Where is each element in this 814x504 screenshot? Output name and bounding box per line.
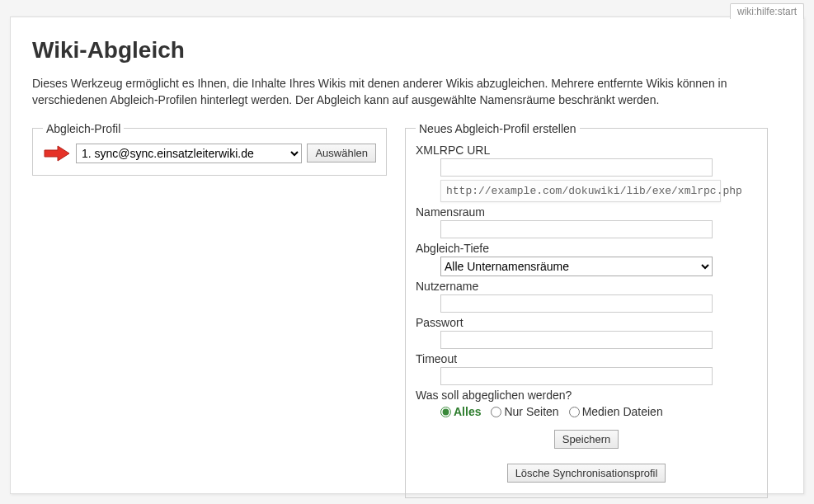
delete-profile-button[interactable]: Lösche Synchronisationsprofil <box>507 464 666 483</box>
radio-pages-label: Nur Seiten <box>504 405 558 418</box>
svg-marker-0 <box>45 146 69 161</box>
sync-what-label: Was soll abgeglichen werden? <box>416 389 757 402</box>
radio-all-input[interactable] <box>440 407 451 417</box>
user-input[interactable] <box>440 294 713 313</box>
profile-legend: Abgleich-Profil <box>43 122 124 135</box>
namespace-input[interactable] <box>440 220 713 238</box>
arrow-right-icon <box>43 145 71 162</box>
intro-text: Dieses Werkzeug ermöglicht es Ihnen, die… <box>32 75 782 109</box>
radio-pages[interactable]: Nur Seiten <box>491 405 558 418</box>
url-input[interactable] <box>440 158 713 177</box>
url-label: XMLRPC URL <box>416 144 757 157</box>
profile-select[interactable]: 1. sync@sync.einsatzleiterwiki.de <box>76 144 302 163</box>
namespace-label: Namensraum <box>416 205 757 219</box>
radio-media[interactable]: Medien Dateien <box>569 405 663 418</box>
radio-pages-input[interactable] <box>491 407 501 417</box>
radio-all[interactable]: Alles <box>440 405 481 418</box>
main-card: Wiki-Abgleich Dieses Werkzeug ermöglicht… <box>10 16 804 494</box>
new-profile-fieldset: Neues Abgleich-Profil erstellen XMLRPC U… <box>405 122 768 499</box>
sync-what-group: Alles Nur Seiten Medien Dateien <box>440 403 757 418</box>
save-button[interactable]: Speichern <box>554 430 619 449</box>
pass-label: Passwort <box>416 316 757 329</box>
page-title: Wiki-Abgleich <box>32 37 782 64</box>
timeout-input[interactable] <box>440 367 713 385</box>
radio-media-input[interactable] <box>569 407 580 417</box>
new-profile-legend: Neues Abgleich-Profil erstellen <box>416 122 580 135</box>
radio-all-label: Alles <box>454 405 481 418</box>
timeout-label: Timeout <box>416 352 757 365</box>
radio-media-label: Medien Dateien <box>582 405 663 418</box>
pass-input[interactable] <box>440 331 713 349</box>
depth-label: Abgleich-Tiefe <box>416 242 757 255</box>
user-label: Nutzername <box>416 280 757 293</box>
breadcrumb: wiki:hilfe:start <box>730 3 804 19</box>
url-hint: http://example.com/dokuwiki/lib/exe/xmlr… <box>440 180 721 203</box>
profile-fieldset: Abgleich-Profil 1. sync@sync.einsatzleit… <box>32 122 387 176</box>
select-profile-button[interactable]: Auswählen <box>307 144 376 163</box>
depth-select[interactable]: Alle Unternamensräume <box>440 257 713 276</box>
